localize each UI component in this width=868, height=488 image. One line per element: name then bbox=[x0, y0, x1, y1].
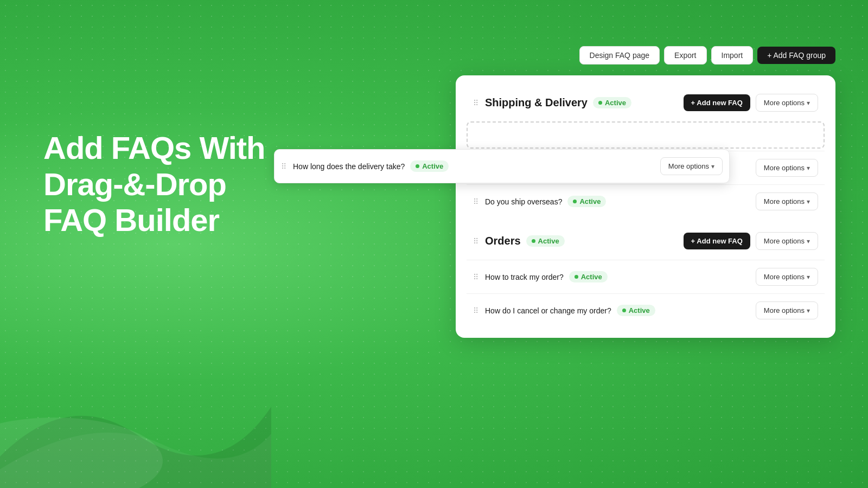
shipping-status-label: Active bbox=[605, 99, 626, 107]
hero-title: Add FAQs With Drag-&-Drop FAQ Builder bbox=[43, 130, 271, 239]
faq-more-options-button[interactable]: More options ▾ bbox=[756, 159, 818, 177]
faq-more-options-chevron: ▾ bbox=[807, 307, 810, 314]
shipping-more-options-button[interactable]: More options ▾ bbox=[756, 94, 818, 112]
faq-question: Do you ship overseas? bbox=[485, 197, 562, 206]
import-button[interactable]: Import bbox=[711, 46, 754, 65]
dragging-faq-status-badge: Active bbox=[410, 160, 449, 172]
shipping-more-options-label: More options bbox=[764, 99, 805, 107]
faq-status-label: Active bbox=[581, 273, 602, 281]
faq-row: ⠿ How do I cancel or change my order? Ac… bbox=[467, 293, 825, 327]
orders-add-faq-button[interactable]: + Add new FAQ bbox=[684, 233, 750, 249]
faq-more-options-label: More options bbox=[764, 306, 805, 314]
dragging-faq-status-dot bbox=[416, 164, 419, 168]
faq-drag-handle[interactable]: ⠿ bbox=[473, 273, 478, 281]
orders-group-header: ⠿ Orders Active + Add new FAQ More optio… bbox=[467, 224, 825, 258]
faq-status-dot bbox=[575, 275, 578, 279]
faq-status-badge: Active bbox=[617, 305, 655, 316]
faq-status-label: Active bbox=[629, 306, 650, 314]
faq-drag-handle[interactable]: ⠿ bbox=[473, 306, 478, 315]
faq-actions: More options ▾ bbox=[756, 159, 818, 177]
faq-status-badge: Active bbox=[569, 271, 608, 282]
toolbar: Design FAQ page Export Import + Add FAQ … bbox=[456, 46, 835, 65]
wave-decoration bbox=[0, 271, 271, 488]
dragging-faq-row: ⠿ How long does the delivery take? Activ… bbox=[274, 149, 730, 183]
right-panel: Design FAQ page Export Import + Add FAQ … bbox=[456, 46, 835, 338]
shipping-group-header: ⠿ Shipping & Delivery Active + Add new F… bbox=[467, 86, 825, 119]
export-button[interactable]: Export bbox=[664, 46, 706, 65]
faq-more-options-label: More options bbox=[764, 197, 805, 206]
faq-status-label: Active bbox=[579, 197, 601, 206]
faq-question: How to track my order? bbox=[485, 273, 564, 281]
faq-more-options-label: More options bbox=[764, 164, 805, 172]
faq-status-dot bbox=[573, 200, 577, 203]
faq-more-options-chevron: ▾ bbox=[807, 198, 810, 206]
main-card: ⠿ Shipping & Delivery Active + Add new F… bbox=[456, 75, 835, 338]
faq-actions: More options ▾ bbox=[756, 268, 818, 286]
orders-group-title: Orders bbox=[485, 235, 521, 247]
faq-status-dot bbox=[622, 309, 626, 312]
orders-more-options-label: More options bbox=[764, 237, 805, 245]
shipping-add-faq-button[interactable]: + Add new FAQ bbox=[684, 94, 750, 111]
orders-group-actions: + Add new FAQ More options ▾ bbox=[684, 232, 818, 250]
dragging-faq-status-label: Active bbox=[422, 162, 443, 170]
faq-more-options-chevron: ▾ bbox=[807, 164, 810, 172]
drop-zone bbox=[467, 121, 825, 149]
faq-row: ⠿ How to track my order? Active More opt… bbox=[467, 260, 825, 293]
faq-more-options-button[interactable]: More options ▾ bbox=[756, 268, 818, 286]
faq-actions: More options ▾ bbox=[756, 192, 818, 210]
orders-more-options-button[interactable]: More options ▾ bbox=[756, 232, 818, 250]
dragging-faq-more-options-label: More options bbox=[668, 162, 709, 170]
faq-status-badge: Active bbox=[567, 196, 606, 207]
faq-more-options-label: More options bbox=[764, 273, 805, 281]
dragging-faq-question: How long does the delivery take? bbox=[293, 162, 405, 171]
orders-status-dot bbox=[532, 239, 535, 243]
shipping-group-actions: + Add new FAQ More options ▾ bbox=[684, 94, 818, 112]
shipping-status-badge: Active bbox=[593, 97, 631, 108]
shipping-status-dot bbox=[598, 101, 602, 105]
dragging-faq-more-options-button[interactable]: More options ▾ bbox=[660, 157, 723, 175]
faq-question: How do I cancel or change my order? bbox=[485, 306, 611, 315]
faq-more-options-button[interactable]: More options ▾ bbox=[756, 192, 818, 210]
orders-more-options-chevron: ▾ bbox=[807, 237, 810, 245]
faq-row: ⠿ Do you ship overseas? Active More opti… bbox=[467, 184, 825, 218]
faq-drag-handle[interactable]: ⠿ bbox=[473, 197, 478, 206]
section-divider bbox=[467, 218, 825, 224]
orders-status-badge: Active bbox=[526, 235, 565, 247]
shipping-group-title: Shipping & Delivery bbox=[485, 97, 588, 109]
design-faq-page-button[interactable]: Design FAQ page bbox=[579, 46, 660, 65]
shipping-drag-handle[interactable]: ⠿ bbox=[473, 99, 478, 107]
faq-more-options-button[interactable]: More options ▾ bbox=[756, 301, 818, 319]
faq-actions: More options ▾ bbox=[756, 301, 818, 319]
dragging-drag-handle[interactable]: ⠿ bbox=[281, 162, 286, 171]
faq-more-options-chevron: ▾ bbox=[807, 273, 810, 281]
orders-drag-handle[interactable]: ⠿ bbox=[473, 237, 478, 246]
dragging-faq-actions: More options ▾ bbox=[660, 157, 723, 175]
svg-point-0 bbox=[0, 418, 163, 488]
dragging-faq-more-options-chevron: ▾ bbox=[711, 163, 714, 170]
shipping-more-options-chevron: ▾ bbox=[807, 99, 810, 107]
hero-section: Add FAQs With Drag-&-Drop FAQ Builder bbox=[43, 130, 271, 239]
add-faq-group-button[interactable]: + Add FAQ group bbox=[757, 47, 835, 64]
orders-status-label: Active bbox=[538, 237, 559, 245]
